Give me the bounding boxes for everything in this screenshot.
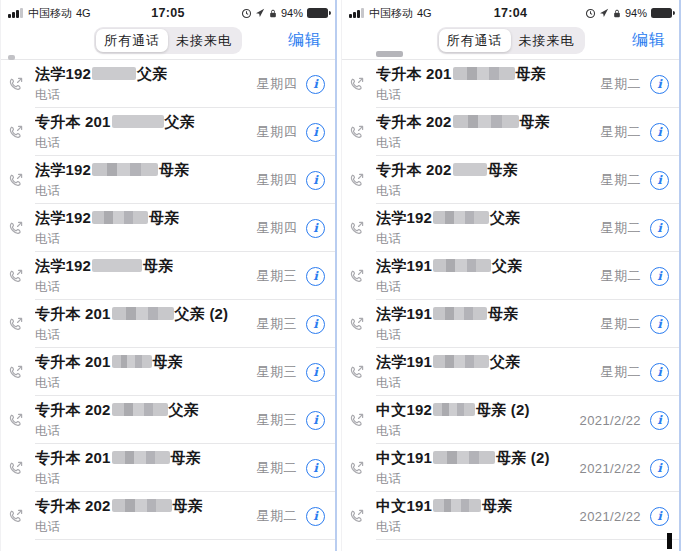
outgoing-call-icon [348, 460, 376, 477]
info-icon[interactable]: i [650, 459, 669, 478]
call-log-row[interactable]: 法学192父亲 电话 星期二 i [342, 204, 679, 252]
outgoing-call-icon [348, 364, 376, 381]
call-when: 星期二 [601, 171, 641, 189]
call-log-row[interactable]: 法学192母亲 电话 星期三 i [1, 252, 335, 300]
outgoing-call-icon [7, 508, 35, 525]
contact-name-prefix: 专升本 202 [35, 497, 111, 514]
outgoing-call-icon [7, 172, 35, 189]
call-when: 星期四 [257, 171, 297, 189]
call-log-row[interactable]: 中文192母亲 (2) 电话 2021/2/22 i [342, 396, 679, 444]
contact-name-prefix: 法学192 [35, 257, 91, 274]
call-type-label: 电话 [35, 183, 257, 200]
info-icon[interactable]: i [650, 219, 669, 238]
info-icon[interactable]: i [306, 459, 325, 478]
call-log-row[interactable]: 法学191父亲 电话 星期二 i [342, 252, 679, 300]
tab-all-calls[interactable]: 所有通话 [96, 29, 168, 52]
contact-name-suffix: 父亲 [490, 353, 520, 370]
info-icon[interactable]: i [306, 75, 325, 94]
info-icon[interactable]: i [650, 411, 669, 430]
call-when: 2021/2/22 [580, 461, 641, 476]
call-log-row[interactable]: 专升本 201父亲 电话 星期四 i [1, 108, 335, 156]
call-log-row[interactable]: 中文191母亲 电话 2021/2/22 i [342, 492, 679, 540]
blur-mask [433, 355, 489, 368]
info-icon[interactable]: i [306, 219, 325, 238]
tab-missed-calls[interactable]: 未接来电 [168, 29, 240, 52]
call-log-row[interactable]: 法学191母亲 电话 星期二 i [342, 300, 679, 348]
battery-icon [307, 8, 328, 19]
alarm-icon [241, 8, 252, 19]
blur-mask [433, 211, 489, 224]
call-log-row[interactable]: 专升本 202母亲 电话 星期二 i [342, 108, 679, 156]
blur-mask [112, 115, 164, 128]
call-when: 星期三 [257, 411, 297, 429]
blur-mask [112, 307, 174, 320]
contact-name: 法学192父亲 [35, 65, 167, 82]
contact-name-suffix: 父亲 [490, 209, 520, 226]
outgoing-call-icon [7, 268, 35, 285]
contact-name-suffix: 父亲 [165, 113, 195, 130]
call-log-row[interactable]: 中文191母亲 (2) 电话 2021/2/22 i [342, 444, 679, 492]
contact-name-prefix: 法学192 [35, 209, 91, 226]
info-icon[interactable]: i [306, 315, 325, 334]
tab-all-calls[interactable]: 所有通话 [439, 29, 511, 52]
contact-name: 专升本 202母亲 [376, 113, 550, 130]
info-icon[interactable]: i [650, 267, 669, 286]
call-type-label: 电话 [376, 327, 601, 344]
info-icon[interactable]: i [306, 267, 325, 286]
contact-name-prefix: 专升本 201 [35, 449, 111, 466]
call-log-row[interactable]: 专升本 201母亲 电话 星期二 i [342, 60, 679, 108]
info-icon[interactable]: i [650, 123, 669, 142]
phone-screenshot-left: 中国移动 4G 17:05 94% 所有通话 未接来电 编辑 [0, 0, 337, 551]
call-log-row[interactable]: 专升本 202父亲 电话 星期三 i [1, 396, 335, 444]
call-log-row[interactable]: 法学192母亲 电话 星期四 i [1, 156, 335, 204]
signal-bars-icon [8, 8, 23, 18]
call-log-row[interactable]: 法学192父亲 电话 星期四 i [1, 60, 335, 108]
carrier-label: 中国移动 [369, 6, 413, 21]
call-log-row[interactable]: 专升本 201父亲 (2) 电话 星期三 i [1, 300, 335, 348]
outgoing-call-icon [348, 76, 376, 93]
call-when: 星期二 [257, 459, 297, 477]
info-icon[interactable]: i [306, 507, 325, 526]
contact-name: 法学191父亲 [376, 257, 522, 274]
call-when: 星期二 [601, 267, 641, 285]
contact-name-prefix: 中文191 [376, 497, 432, 514]
blur-mask [92, 259, 142, 272]
call-type-label: 电话 [376, 471, 580, 488]
page: 中国移动 4G 17:05 94% 所有通话 未接来电 编辑 [0, 0, 681, 551]
call-type-label: 电话 [35, 375, 257, 392]
call-when: 星期二 [601, 363, 641, 381]
info-icon[interactable]: i [306, 171, 325, 190]
blur-mask [112, 403, 168, 416]
outgoing-call-icon [7, 460, 35, 477]
info-icon[interactable]: i [650, 315, 669, 334]
blur-mask [112, 451, 170, 464]
call-type-label: 电话 [35, 327, 257, 344]
battery-icon [651, 8, 672, 19]
info-icon[interactable]: i [650, 75, 669, 94]
contact-name: 法学192父亲 [376, 209, 520, 226]
contact-name-suffix: 母亲 [149, 209, 179, 226]
call-type-label: 电话 [376, 231, 601, 248]
contact-name-prefix: 专升本 201 [35, 305, 111, 322]
info-icon[interactable]: i [306, 123, 325, 142]
call-log-row[interactable]: 专升本 201母亲 电话 星期三 i [1, 348, 335, 396]
call-log-row[interactable]: 专升本 202母亲 电话 星期二 i [342, 156, 679, 204]
info-icon[interactable]: i [306, 363, 325, 382]
call-log-row[interactable]: 法学192母亲 电话 星期四 i [1, 204, 335, 252]
edit-button[interactable]: 编辑 [288, 30, 322, 51]
edit-button[interactable]: 编辑 [632, 30, 666, 51]
status-bar: 中国移动 4G 17:04 94% [342, 0, 679, 24]
call-log-row[interactable]: 专升本 202母亲 电话 星期二 i [1, 492, 335, 540]
call-type-label: 电话 [35, 423, 257, 440]
blur-mask [112, 355, 152, 368]
call-log-row[interactable]: 法学191父亲 电话 星期二 i [342, 348, 679, 396]
contact-name: 专升本 201父亲 [35, 113, 195, 130]
info-icon[interactable]: i [650, 363, 669, 382]
call-log-row[interactable]: 专升本 201母亲 电话 星期二 i [1, 444, 335, 492]
info-icon[interactable]: i [306, 411, 325, 430]
contact-name-suffix: 母亲 [516, 65, 546, 82]
info-icon[interactable]: i [650, 171, 669, 190]
tab-missed-calls[interactable]: 未接来电 [511, 29, 583, 52]
blur-mask [453, 115, 519, 128]
info-icon[interactable]: i [650, 507, 669, 526]
